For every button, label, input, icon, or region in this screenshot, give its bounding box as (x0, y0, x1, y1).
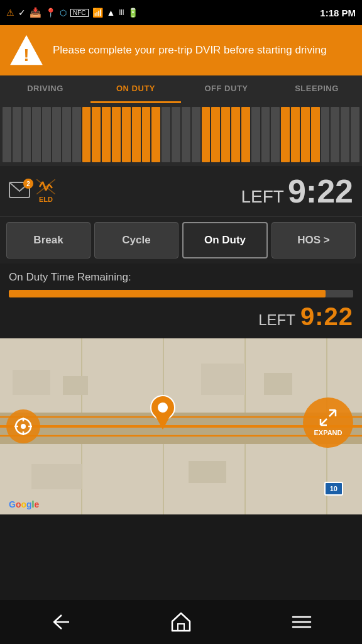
tab-sleeping[interactable]: SLEEPING (272, 75, 362, 103)
timer-display: LEFT 9:22 (241, 172, 353, 210)
bluetooth-icon: ⬡ (60, 8, 67, 18)
chart-bar (151, 107, 160, 162)
svg-rect-22 (189, 461, 226, 483)
map-background: 10 Google (0, 338, 362, 514)
eld-icon (36, 179, 55, 194)
chart-bar (311, 107, 320, 162)
on-duty-left-prefix: LEFT (258, 311, 295, 329)
svg-point-27 (21, 424, 26, 429)
warning-triangle-icon: ! (9, 33, 44, 68)
on-duty-label: On Duty Time Remaining: (9, 271, 353, 284)
on-duty-button[interactable]: On Duty (182, 222, 268, 258)
download-icon: 📥 (30, 7, 41, 18)
cycle-button[interactable]: Cycle (94, 222, 178, 258)
home-icon (170, 611, 192, 633)
nfc-icon: NFC (70, 9, 89, 17)
chart-bar (231, 107, 240, 162)
left-prefix: LEFT (241, 187, 283, 207)
menu-icon (291, 614, 312, 630)
check-icon: ✓ (18, 8, 26, 18)
on-duty-left-value: 9:22 (300, 303, 353, 331)
chart-bar (32, 107, 41, 162)
chart-bar (211, 107, 220, 162)
tab-driving[interactable]: DRIVING (0, 75, 90, 103)
break-button[interactable]: Break (6, 222, 90, 258)
svg-text:!: ! (23, 45, 29, 65)
chart-bar (52, 107, 61, 162)
chart-bar (331, 107, 339, 162)
wifi-icon: ▲ (107, 8, 116, 18)
battery-icon: 🔋 (128, 8, 138, 18)
warning-icon: ⚠ (6, 8, 14, 18)
svg-line-37 (329, 410, 336, 416)
crosshair-button[interactable] (6, 409, 40, 443)
chart-bar (261, 107, 270, 162)
highway-shield: 10 (324, 482, 343, 496)
progress-fill (9, 290, 326, 297)
chart-bar (13, 107, 21, 162)
chart-bar (23, 107, 31, 162)
svg-rect-20 (264, 373, 292, 395)
hos-button[interactable]: HOS > (272, 222, 356, 258)
warning-message: Please complete your pre-trip DVIR befor… (53, 43, 327, 57)
home-button[interactable] (159, 606, 203, 638)
chart-bar (172, 107, 180, 162)
chart-bar (182, 107, 190, 162)
chart-bar (351, 107, 359, 162)
chart-bar (92, 107, 101, 162)
menu-button[interactable] (280, 606, 324, 638)
chart-bar (112, 107, 121, 162)
chart-bar (241, 107, 250, 162)
location-pin (150, 395, 175, 432)
eld-label: ELD (39, 196, 53, 203)
tabs-row: DRIVING ON DUTY OFF DUTY SLEEPING (0, 75, 362, 103)
chart-bar (132, 107, 141, 162)
google-label: Google (9, 499, 39, 509)
svg-marker-25 (155, 416, 170, 430)
chart-bar (301, 107, 310, 162)
chart-bar (281, 107, 290, 162)
back-button[interactable] (38, 606, 82, 638)
svg-rect-40 (178, 624, 184, 631)
hos-chart (0, 103, 362, 166)
chart-bar (72, 107, 81, 162)
svg-rect-19 (201, 364, 245, 395)
action-buttons: Break Cycle On Duty HOS > (0, 216, 362, 264)
mail-icon-wrap[interactable]: 2 (9, 182, 30, 201)
svg-line-6 (49, 184, 52, 188)
chart-bar (271, 107, 280, 162)
svg-rect-17 (13, 370, 50, 395)
progress-bar (9, 290, 353, 297)
status-bar: ⚠ ✓ 📥 📍 ⬡ NFC 📶 ▲ lll 🔋 1:18 PM (0, 0, 362, 25)
on-duty-section: On Duty Time Remaining: LEFT 9:22 (0, 264, 362, 338)
chart-bar (102, 107, 111, 162)
chart-bar (122, 107, 131, 162)
expand-button[interactable]: EXPAND (303, 397, 353, 448)
on-duty-timer: LEFT 9:22 (9, 297, 353, 331)
info-row: 2 ELD LEFT 9:22 (0, 166, 362, 216)
status-icons-left: ⚠ ✓ 📥 📍 ⬡ NFC 📶 ▲ lll 🔋 (6, 7, 138, 18)
nav-bar (0, 600, 362, 644)
svg-rect-21 (31, 464, 82, 489)
chart-bar (3, 107, 11, 162)
map-area[interactable]: 10 Google (0, 338, 362, 514)
eld-icon-wrap: ELD (36, 179, 55, 203)
timer-value: 9:22 (288, 172, 353, 210)
expand-icon (319, 409, 337, 426)
chart-bar (62, 107, 71, 162)
tab-off-duty[interactable]: OFF DUTY (181, 75, 272, 103)
expand-label: EXPAND (314, 429, 342, 436)
chart-bar (42, 107, 51, 162)
svg-line-34 (321, 419, 327, 425)
tab-on-duty[interactable]: ON DUTY (90, 75, 181, 103)
chart-bar (142, 107, 151, 162)
info-icons: 2 ELD (9, 179, 55, 203)
chart-bar (221, 107, 230, 162)
warning-banner: ! Please complete your pre-trip DVIR bef… (0, 25, 362, 75)
chart-bar (341, 107, 349, 162)
mail-badge: 2 (23, 179, 33, 189)
chart-bar (192, 107, 200, 162)
back-icon (49, 613, 72, 631)
lte-icon: lll (119, 8, 124, 17)
map-pin-icon (150, 395, 175, 430)
